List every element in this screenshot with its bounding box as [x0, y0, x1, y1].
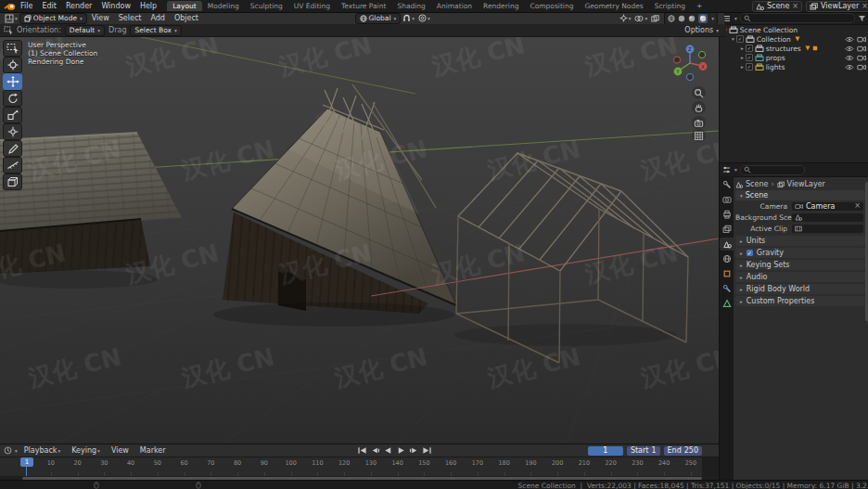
xray-toggle[interactable]: [649, 15, 661, 22]
hide-eye-icon[interactable]: [845, 45, 854, 52]
editor-type-selector[interactable]: ▾: [3, 14, 19, 23]
tab-scene[interactable]: [720, 238, 734, 251]
hide-eye-icon[interactable]: [845, 64, 854, 71]
menu-edit[interactable]: Edit: [37, 0, 61, 12]
navigation-gizmo[interactable]: X Z Y: [670, 44, 709, 83]
scene-selector[interactable]: Scene ×: [752, 1, 802, 12]
options-dropdown[interactable]: Options ▾: [684, 26, 722, 34]
workspace-tab-uv-editing[interactable]: UV Editing: [288, 1, 336, 11]
panel-units[interactable]: ▸ Units: [735, 236, 865, 246]
play-reverse-button[interactable]: [382, 445, 394, 456]
tab-object-data[interactable]: [720, 297, 734, 310]
panel-custom-properties[interactable]: ▸ Custom Properties: [735, 296, 865, 306]
menu-window[interactable]: Window: [96, 0, 135, 12]
active-clip-field[interactable]: [792, 225, 863, 233]
menu-help[interactable]: Help: [135, 0, 161, 12]
menu-view[interactable]: View: [87, 12, 114, 24]
tool-rotate[interactable]: [3, 90, 22, 107]
menu-marker[interactable]: Marker: [135, 444, 171, 457]
show-gizmo-toggle[interactable]: ▾: [618, 14, 633, 22]
jump-to-end-button[interactable]: [421, 445, 433, 456]
outliner-row-scene-collection[interactable]: ▾ Scene Collection: [720, 25, 868, 34]
expand-caret-icon[interactable]: ▸: [741, 64, 744, 70]
tool-transform[interactable]: [3, 123, 22, 140]
playhead[interactable]: 1: [20, 457, 33, 467]
tab-tool[interactable]: [720, 178, 734, 191]
unlink-scene-button[interactable]: ×: [792, 3, 798, 10]
panel-gravity[interactable]: ▸ ✓ Gravity: [735, 248, 865, 258]
exclude-checkbox[interactable]: ✓: [746, 45, 753, 52]
workspace-tab-animation[interactable]: Animation: [431, 1, 478, 11]
tool-move[interactable]: [3, 73, 22, 90]
toggle-perspective-button[interactable]: [692, 129, 706, 142]
shading-wireframe-button[interactable]: [668, 15, 675, 22]
proportional-editing-toggle[interactable]: ▾: [416, 14, 432, 22]
breadcrumb-scene[interactable]: Scene: [746, 180, 768, 188]
properties-editor-icon[interactable]: [722, 166, 731, 174]
viewport-3d[interactable]: 汉化 CN汉化 CN汉化 CN汉化 CN汉化 CN汉化 CN汉化 CN汉化 CN…: [0, 36, 719, 444]
expand-caret-icon[interactable]: ▸: [741, 45, 744, 51]
workspace-tab-layout[interactable]: Layout: [167, 1, 202, 11]
blender-logo-icon[interactable]: [4, 2, 16, 11]
menu-add[interactable]: Add: [146, 12, 170, 24]
orientation-setting-select[interactable]: Default ▾: [65, 25, 105, 36]
menu-render[interactable]: Render: [61, 0, 96, 12]
filter-icon[interactable]: [858, 15, 866, 22]
expand-caret-icon[interactable]: ▸: [741, 55, 744, 60]
menu-select[interactable]: Select: [114, 12, 147, 24]
pan-view-button[interactable]: [692, 101, 706, 114]
shading-dropdown[interactable]: ▾: [711, 16, 714, 21]
tool-annotate[interactable]: [3, 140, 22, 157]
unlink-viewlayer-button[interactable]: ×: [862, 3, 868, 10]
tab-view-layer[interactable]: [720, 223, 734, 236]
menu-playback[interactable]: Playback▾: [19, 444, 65, 457]
shading-material-button[interactable]: [688, 15, 696, 22]
hide-eye-icon[interactable]: [845, 36, 854, 43]
viewlayer-selector[interactable]: ViewLayer ×: [806, 1, 868, 12]
workspace-tab-texture-paint[interactable]: Texture Paint: [336, 1, 391, 11]
scene-panel-header[interactable]: ▾ Scene: [735, 190, 865, 200]
menu-tl-view[interactable]: View: [107, 444, 134, 457]
menu-object[interactable]: Object: [170, 12, 203, 24]
breadcrumb-viewlayer[interactable]: ViewLayer: [787, 180, 825, 188]
tool-add-cube[interactable]: [3, 174, 22, 190]
camera-field[interactable]: Camera ×: [792, 202, 863, 211]
tab-object[interactable]: [720, 267, 734, 280]
tab-modifiers[interactable]: [720, 282, 734, 295]
hide-eye-icon[interactable]: [845, 55, 854, 61]
timeline-ruler[interactable]: 1 10203040506070809010011012013014015016…: [0, 457, 719, 476]
frame-end-field[interactable]: End 250: [664, 446, 702, 456]
tab-output[interactable]: [720, 208, 734, 221]
workspace-tab-shading[interactable]: Shading: [391, 1, 430, 11]
shading-solid-button[interactable]: [678, 15, 685, 22]
current-frame-field[interactable]: 1: [588, 446, 623, 456]
workspace-tab-compositing[interactable]: Compositing: [524, 1, 579, 11]
background-scene-field[interactable]: [792, 213, 863, 222]
play-button[interactable]: [395, 445, 407, 456]
exclude-checkbox[interactable]: ✓: [736, 35, 744, 43]
mode-select[interactable]: Object Mode ▾: [19, 13, 87, 24]
add-workspace-button[interactable]: +: [691, 1, 708, 11]
shading-rendered-button[interactable]: [698, 14, 708, 23]
outliner-row-structures[interactable]: ▸ ✓ structures: [720, 44, 868, 53]
next-keyframe-button[interactable]: [408, 445, 420, 456]
zoom-button[interactable]: [692, 86, 706, 99]
outliner-row-collection[interactable]: ▾ ✓ Collection: [720, 34, 868, 44]
menu-file[interactable]: File: [16, 0, 37, 12]
snapping-toggle[interactable]: ▾: [401, 14, 416, 22]
workspace-tab-scripting[interactable]: Scripting: [649, 1, 691, 11]
tab-render[interactable]: [720, 193, 734, 206]
tool-scale[interactable]: [3, 107, 22, 123]
workspace-tab-geometry-nodes[interactable]: Geometry Nodes: [579, 1, 648, 11]
tool-cursor[interactable]: [3, 57, 22, 73]
gravity-checkbox[interactable]: ✓: [747, 250, 753, 256]
tool-measure[interactable]: [3, 157, 22, 174]
tool-select-box[interactable]: [3, 40, 22, 57]
workspace-tab-rendering[interactable]: Rendering: [478, 1, 524, 11]
viewport-canvas[interactable]: [0, 36, 719, 444]
panel-audio[interactable]: ▸ Audio: [735, 272, 865, 282]
camera-view-button[interactable]: [692, 116, 706, 129]
menu-keying[interactable]: Keying▾: [67, 444, 105, 457]
panel-rigid-body-world[interactable]: ▸ Rigid Body World: [735, 284, 865, 294]
exclude-checkbox[interactable]: ✓: [746, 54, 753, 61]
